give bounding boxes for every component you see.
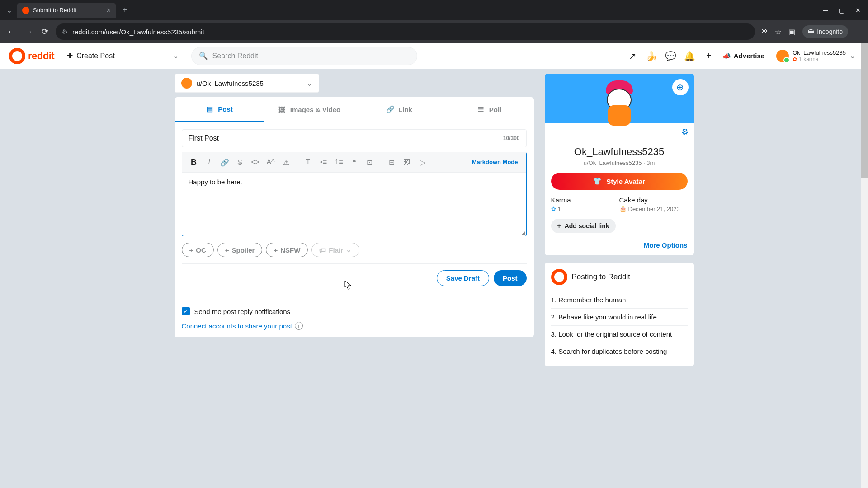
karma-label: Karma <box>551 196 619 204</box>
notify-checkbox[interactable]: ✓ <box>182 307 190 315</box>
tag-icon: 🏷 <box>319 246 326 254</box>
search-input[interactable]: 🔍 Search Reddit <box>191 47 417 65</box>
user-avatar-icon <box>776 50 789 62</box>
italic-icon[interactable]: i <box>202 155 217 169</box>
reddit-logo[interactable]: reddit <box>9 48 54 64</box>
rule-item: 4. Search for duplicates before posting <box>551 343 688 360</box>
link-tool-icon[interactable]: 🔗 <box>217 155 232 169</box>
spoiler-tool-icon[interactable]: ⚠ <box>279 155 293 169</box>
close-tab-icon[interactable]: × <box>107 6 111 14</box>
browser-address-bar: ← → ⟳ ⚙ reddit.com/user/Ok_Lawfulness523… <box>0 20 868 43</box>
community-avatar-icon <box>181 78 192 89</box>
snoo-icon <box>551 269 567 285</box>
popular-icon[interactable]: ↗ <box>627 51 638 61</box>
oc-tag-button[interactable]: +OC <box>182 243 214 257</box>
nsfw-tag-button[interactable]: +NSFW <box>266 243 308 257</box>
profile-display-name: Ok_Lawfulness5235 <box>551 146 688 158</box>
browser-menu-icon[interactable]: ⋮ <box>855 28 863 36</box>
add-social-link-button[interactable]: + Add social link <box>551 219 616 233</box>
plus-icon: + <box>189 246 193 254</box>
heading-icon[interactable]: T <box>301 155 316 169</box>
bold-icon[interactable]: B <box>187 155 201 169</box>
tab-poll[interactable]: ☰ Poll <box>444 97 534 122</box>
plus-icon: + <box>225 246 229 254</box>
table-icon[interactable]: ⊞ <box>385 155 399 169</box>
tab-post[interactable]: ▤ Post <box>175 97 264 122</box>
markdown-mode-toggle[interactable]: Markdown Mode <box>468 157 522 168</box>
create-post-dropdown[interactable]: ✚ Create Post ⌄ <box>61 49 184 63</box>
body-textarea[interactable]: Happy to be here. ◢ <box>182 173 526 236</box>
cake-day-label: Cake day <box>619 196 688 204</box>
url-bar[interactable]: ⚙ reddit.com/user/Ok_Lawfulness5235/subm… <box>56 23 755 40</box>
karma-icon: ✿ <box>551 206 556 212</box>
reddit-favicon <box>22 7 29 14</box>
browser-tab[interactable]: Submit to Reddit × <box>17 3 116 18</box>
reload-button[interactable]: ⟳ <box>40 25 50 38</box>
chevron-down-icon: ⌄ <box>307 79 312 88</box>
spoiler-tag-button[interactable]: +Spoiler <box>217 243 263 257</box>
rule-item: 2. Behave like you would in real life <box>551 309 688 326</box>
close-window-icon[interactable]: ✕ <box>855 7 861 14</box>
char-counter: 10/300 <box>503 135 520 141</box>
profile-avatar[interactable] <box>594 78 644 128</box>
post-button[interactable]: Post <box>494 270 527 286</box>
tab-link[interactable]: 🔗 Link <box>354 97 444 122</box>
scrollbar-thumb[interactable] <box>861 43 868 178</box>
profile-handle: u/Ok_Lawfulness5235 · 3m <box>551 160 688 166</box>
incognito-badge[interactable]: 🕶 Incognito <box>802 25 848 38</box>
community-selector[interactable]: u/Ok_Lawfulness5235 ⌄ <box>175 74 319 93</box>
notifications-icon[interactable]: 🔔 <box>684 51 695 61</box>
add-banner-button[interactable]: ⊕ <box>672 79 689 95</box>
browser-tab-strip: ⌄ Submit to Reddit × + ─ ▢ ✕ <box>0 0 868 20</box>
forward-button[interactable]: → <box>23 25 34 38</box>
user-menu[interactable]: Ok_Lawfulness5235 ✿1 karma ⌄ <box>773 47 859 64</box>
visibility-off-icon[interactable]: 👁 <box>760 28 768 36</box>
karma-flower-icon: ✿ <box>793 56 797 62</box>
shirt-icon: 👕 <box>593 177 602 185</box>
code-block-icon[interactable]: ⊡ <box>363 155 377 169</box>
maximize-icon[interactable]: ▢ <box>839 7 844 14</box>
create-icon[interactable]: + <box>703 51 714 61</box>
chat-icon[interactable]: 💬 <box>665 51 676 61</box>
video-tool-icon[interactable]: ▷ <box>415 155 430 169</box>
new-tab-button[interactable]: + <box>118 4 132 17</box>
post-icon: ▤ <box>205 104 214 113</box>
minimize-icon[interactable]: ─ <box>823 7 828 14</box>
plus-icon: + <box>557 222 561 230</box>
more-options-link[interactable]: More Options <box>551 241 688 249</box>
save-draft-button[interactable]: Save Draft <box>437 270 489 286</box>
superscript-icon[interactable]: A^ <box>264 155 278 169</box>
chevron-down-icon: ⌄ <box>346 246 352 254</box>
inline-code-icon[interactable]: <> <box>248 155 263 169</box>
advertise-button[interactable]: 📣 Advertise <box>722 52 764 60</box>
panel-icon[interactable]: ▣ <box>788 28 795 36</box>
tabs-dropdown-icon[interactable]: ⌄ <box>4 3 15 17</box>
reddit-header: reddit ✚ Create Post ⌄ 🔍 Search Reddit ↗… <box>0 43 868 69</box>
plus-icon: + <box>274 246 278 254</box>
image-tool-icon[interactable]: 🖼 <box>400 155 415 169</box>
site-settings-icon[interactable]: ⚙ <box>62 28 68 35</box>
quote-icon[interactable]: ❝ <box>347 155 362 169</box>
tab-images-video[interactable]: 🖼 Images & Video <box>264 97 354 122</box>
resize-handle-icon[interactable]: ◢ <box>522 230 525 235</box>
url-text: reddit.com/user/Ok_Lawfulness5235/submit <box>72 28 204 36</box>
chevron-down-icon: ⌄ <box>173 52 179 60</box>
bullet-list-icon[interactable]: •≡ <box>316 155 331 169</box>
post-type-tabs: ▤ Post 🖼 Images & Video 🔗 Link ☰ Poll <box>175 97 534 122</box>
settings-gear-icon[interactable]: ⚙ <box>681 127 689 137</box>
notify-label: Send me post reply notifications <box>194 308 291 315</box>
info-icon[interactable]: i <box>295 322 303 330</box>
incognito-icon: 🕶 <box>808 28 814 35</box>
scrollbar[interactable] <box>861 43 868 488</box>
strikethrough-icon[interactable]: S̶ <box>233 155 247 169</box>
title-input[interactable] <box>189 134 503 142</box>
profile-card: ⊕ ⚙ Ok_Lawfulness5235 u/Ok_Lawfulness523… <box>545 74 694 255</box>
back-button[interactable]: ← <box>5 25 17 38</box>
bookmark-icon[interactable]: ☆ <box>775 28 781 36</box>
rule-item: 3. Look for the original source of conte… <box>551 326 688 343</box>
style-avatar-button[interactable]: 👕 Style Avatar <box>551 173 688 190</box>
number-list-icon[interactable]: 1≡ <box>332 155 346 169</box>
image-icon: 🖼 <box>278 105 287 114</box>
connect-accounts-link[interactable]: Connect accounts to share your post <box>182 322 292 330</box>
coins-icon[interactable]: 🍌 <box>646 51 657 61</box>
